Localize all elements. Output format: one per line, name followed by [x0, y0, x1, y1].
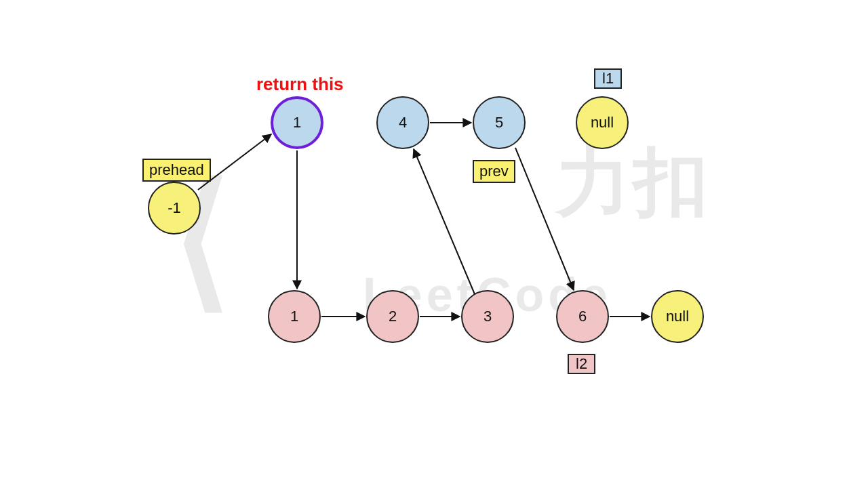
node-blue-1-return: 1 [271, 96, 323, 149]
note-return-this: return this [256, 74, 344, 95]
node-null-top: null [576, 96, 629, 149]
node-blue-5: 5 [473, 96, 526, 149]
arrows-layer [0, 0, 868, 488]
node-blue-4: 4 [376, 96, 429, 149]
node-pink-1: 1 [268, 290, 321, 343]
node-pink-3: 3 [461, 290, 514, 343]
label-l2: l2 [568, 354, 595, 374]
diagram-stage: ⟨ LeetCode 力扣 return this prehead prev l… [0, 0, 868, 488]
watermark-cjk: 力扣 [556, 132, 711, 233]
edge-pink3-to-blue4 [414, 149, 475, 294]
node-pink-6: 6 [556, 290, 609, 343]
edge-blue5-to-pink6 [515, 148, 574, 290]
label-prehead: prehead [142, 159, 211, 182]
node-pink-2: 2 [366, 290, 419, 343]
label-l1: l1 [594, 68, 622, 89]
label-prev: prev [473, 160, 515, 183]
node-prehead: -1 [148, 182, 201, 235]
node-null-bottom: null [651, 290, 704, 343]
